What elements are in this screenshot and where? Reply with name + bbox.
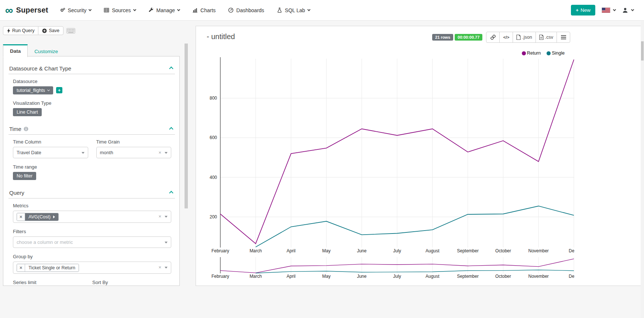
plus-icon: +	[576, 7, 579, 13]
svg-text:August: August	[426, 248, 440, 253]
metrics-select[interactable]: × AVG(Cost) ×	[13, 211, 171, 223]
superset-logo[interactable]: ∞ Superset	[0, 6, 54, 15]
svg-text:April: April	[287, 248, 296, 253]
nav-item-manage[interactable]: Manage	[142, 0, 186, 20]
save-button[interactable]: Save	[38, 26, 63, 35]
nav-item-label: Security	[68, 7, 87, 13]
divider	[8, 134, 175, 135]
series-limit-label: Series limit	[13, 280, 84, 285]
page-scrollbar-thumb[interactable]	[641, 41, 644, 61]
nav-item-dashboards[interactable]: Dashboards	[222, 0, 271, 20]
chart-panel: - untitled 21 rows 00:00:00.77 </> .json…	[196, 26, 644, 286]
table-icon	[104, 7, 109, 13]
remove-groupby-icon[interactable]: ×	[17, 264, 25, 272]
clear-icon[interactable]: ×	[158, 265, 161, 270]
viz-type-chip[interactable]: Line Chart	[13, 108, 42, 116]
nav-menu: Security Sources Manage Charts Dashboard…	[54, 0, 316, 20]
metrics-field: Metrics × AVG(Cost) ×	[13, 203, 171, 223]
run-query-button[interactable]: Run Query	[3, 26, 38, 35]
svg-text:March: March	[249, 248, 262, 253]
language-chevron-down-icon[interactable]	[613, 8, 616, 11]
nav-item-security[interactable]: Security	[54, 0, 98, 20]
code-icon: </>	[503, 35, 510, 39]
divider	[8, 198, 175, 198]
time-grain-field: Time Grain month ×	[96, 139, 172, 158]
panel-scrollbar[interactable]	[184, 41, 188, 286]
svg-text:400: 400	[210, 175, 217, 180]
time-grain-select[interactable]: month ×	[96, 147, 172, 158]
nav-item-label: Manage	[156, 7, 175, 13]
line-chart[interactable]: 200400600800FebruaryFebruaryMarchMarchAp…	[200, 52, 574, 283]
divider	[8, 74, 175, 74]
time-column-select[interactable]: Travel Date	[13, 147, 88, 158]
svg-text:November: November	[528, 248, 549, 253]
select-caret-icon	[165, 242, 168, 243]
datasource-label: Datasource	[13, 79, 171, 84]
add-datasource-icon[interactable]: +	[56, 87, 62, 93]
short-link-button[interactable]	[486, 32, 500, 43]
clear-icon[interactable]: ×	[158, 150, 161, 155]
collapse-chevron-up-icon[interactable]	[169, 66, 173, 70]
tab-customize[interactable]: Customize	[28, 46, 65, 57]
filters-field: Filters choose a column or metric	[13, 229, 171, 248]
navbar-right: + New	[571, 5, 644, 15]
user-icon[interactable]	[622, 7, 628, 13]
time-column-label: Time Column	[13, 139, 88, 145]
section-time: Time Time Column Travel Date Time Grain …	[8, 122, 175, 180]
new-button[interactable]: + New	[571, 5, 595, 15]
timer-badge: 00:00:00.77	[455, 34, 482, 41]
nav-item-label: SQL Lab	[285, 7, 305, 13]
chart-actions: 21 rows 00:00:00.77 </> .json .csv	[432, 32, 570, 43]
groupby-label: Group by	[13, 254, 171, 259]
gears-icon	[60, 7, 65, 13]
section-query: Query Metrics × AVG(Cost) × Filters choo…	[8, 186, 175, 286]
remove-metric-icon[interactable]: ×	[17, 213, 25, 221]
hamburger-icon	[561, 35, 566, 39]
plus-circle-icon	[42, 28, 47, 33]
time-column-field: Time Column Travel Date	[13, 139, 88, 158]
time-range-label: Time range	[13, 164, 171, 170]
export-csv-button[interactable]: .csv	[535, 32, 557, 43]
panel-tabs: Data Customize	[3, 44, 65, 57]
groupby-chip[interactable]: × Ticket Single or Return	[17, 264, 79, 272]
export-json-button[interactable]: .json	[513, 32, 535, 43]
panel-scrollbar-thumb[interactable]	[185, 44, 188, 208]
collapse-chevron-up-icon[interactable]	[169, 127, 173, 131]
chevron-down-icon	[177, 8, 180, 11]
flask-icon	[277, 7, 282, 13]
query-toolbar: Run Query Save	[3, 26, 76, 35]
embed-code-button[interactable]: </>	[499, 32, 513, 43]
keyboard-shortcuts-button[interactable]	[66, 27, 76, 34]
svg-text:June: June	[357, 248, 366, 253]
nav-item-label: Sources	[112, 7, 131, 13]
nav-item-charts[interactable]: Charts	[186, 0, 222, 20]
page-scrollbar[interactable]	[641, 21, 644, 318]
svg-text:October: October	[495, 248, 511, 253]
section-title: Query	[9, 190, 24, 196]
file-icon	[516, 35, 521, 40]
sort-by-field: Sort By choose a column or aggregate f..…	[92, 280, 171, 286]
user-chevron-down-icon[interactable]	[631, 8, 634, 11]
svg-text:Dece: Dece	[569, 274, 574, 279]
time-range-chip[interactable]: No filter	[13, 172, 36, 180]
filters-select[interactable]: choose a column or metric	[13, 236, 171, 248]
info-icon	[24, 127, 28, 131]
section-datasource-chart-type: Datasource & Chart Type Datasource tutor…	[8, 62, 175, 116]
chevron-down-icon	[89, 8, 92, 11]
datasource-chip[interactable]: tutorial_flights	[13, 86, 53, 94]
sort-by-label: Sort By	[92, 280, 171, 285]
us-flag-icon[interactable]	[602, 8, 610, 13]
groupby-select[interactable]: × Ticket Single or Return ×	[13, 262, 171, 274]
svg-text:September: September	[457, 274, 479, 279]
svg-text:July: July	[393, 274, 401, 279]
svg-text:600: 600	[210, 135, 217, 140]
keyboard-icon	[66, 28, 75, 34]
chart-menu-button[interactable]	[557, 32, 570, 43]
tab-data[interactable]: Data	[3, 44, 28, 57]
metric-chip[interactable]: × AVG(Cost)	[17, 213, 59, 221]
nav-item-sql-lab[interactable]: SQL Lab	[271, 0, 316, 20]
nav-item-sources[interactable]: Sources	[97, 0, 142, 20]
collapse-chevron-up-icon[interactable]	[169, 191, 173, 195]
clear-icon[interactable]: ×	[158, 214, 161, 219]
select-caret-icon	[165, 216, 168, 218]
